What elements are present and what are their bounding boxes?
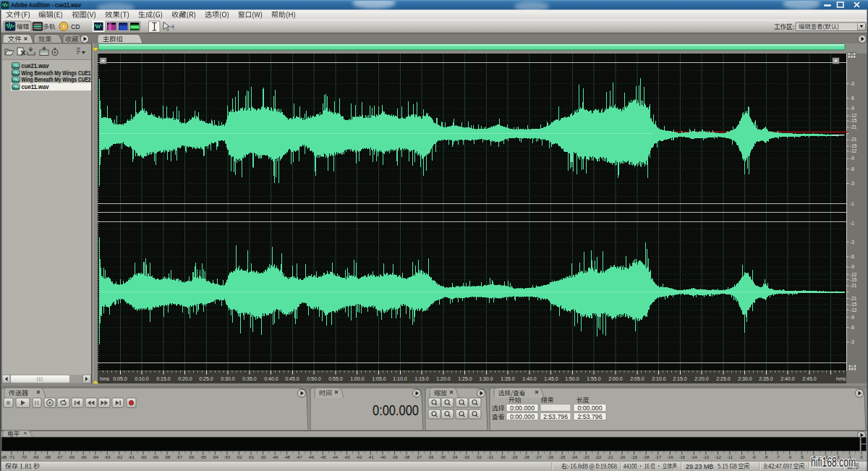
svg-text:-56: -56 — [188, 455, 195, 459]
svg-text:1:55.0: 1:55.0 — [587, 376, 601, 381]
svg-text:0:00.000: 0:00.000 — [510, 404, 535, 412]
svg-text:-54: -54 — [212, 455, 218, 459]
svg-text:-21: -21 — [607, 455, 613, 459]
svg-text:-14: -14 — [691, 455, 697, 459]
svg-text:-46: -46 — [307, 455, 314, 459]
svg-text:0:15.0: 0:15.0 — [156, 376, 171, 381]
svg-text:1:05.0: 1:05.0 — [372, 376, 386, 381]
svg-text:-21: -21 — [850, 124, 857, 130]
svg-text:-47: -47 — [296, 455, 302, 459]
svg-text:-57: -57 — [176, 455, 182, 459]
svg-text:0:25.0: 0:25.0 — [199, 376, 213, 381]
svg-text:-70: -70 — [20, 455, 27, 459]
svg-text:-12: -12 — [850, 113, 857, 118]
svg-text:-58: -58 — [164, 455, 171, 459]
svg-text:-62: -62 — [116, 455, 123, 459]
svg-text:dB: dB — [1, 455, 7, 459]
svg-text:-12: -12 — [850, 272, 857, 277]
svg-text:-68: -68 — [44, 455, 51, 459]
svg-text:2:20.0: 2:20.0 — [694, 376, 709, 381]
svg-text:-53: -53 — [224, 455, 231, 459]
svg-text:-9: -9 — [850, 106, 854, 111]
svg-text:-17: -17 — [655, 455, 661, 459]
svg-text:1:00.0: 1:00.0 — [350, 376, 365, 381]
svg-text:-28: -28 — [523, 455, 529, 459]
svg-text:-63: -63 — [104, 455, 111, 459]
svg-text:hms: hms — [100, 376, 110, 381]
svg-text:1:10.0: 1:10.0 — [393, 376, 407, 381]
svg-text:-15: -15 — [678, 455, 685, 459]
svg-text:-16: -16 — [667, 455, 673, 459]
svg-text:0:10.0: 0:10.0 — [135, 376, 149, 381]
svg-text:2:25.0: 2:25.0 — [716, 376, 731, 381]
svg-text:-3: -3 — [850, 339, 854, 344]
svg-text:-38: -38 — [404, 455, 410, 459]
svg-text:-25: -25 — [559, 455, 566, 459]
svg-text:0:55.0: 0:55.0 — [328, 376, 343, 381]
svg-text:-1: -1 — [850, 201, 854, 206]
svg-text:-30: -30 — [499, 455, 506, 459]
svg-text:-1: -1 — [850, 221, 854, 226]
svg-text:-9: -9 — [752, 455, 756, 459]
svg-text:2:15.0: 2:15.0 — [673, 376, 687, 381]
svg-text:-35: -35 — [439, 455, 446, 459]
svg-text:-6: -6 — [850, 96, 854, 101]
svg-text:CD: CD — [71, 23, 80, 30]
svg-text:-49: -49 — [272, 455, 278, 459]
svg-text:-67: -67 — [56, 455, 63, 459]
svg-text:-55: -55 — [200, 455, 206, 459]
svg-text:-10: -10 — [739, 455, 745, 459]
svg-text:cue11.wav: cue11.wav — [22, 84, 49, 90]
svg-text:2:30.0: 2:30.0 — [738, 376, 752, 381]
svg-text:2:40.0: 2:40.0 — [780, 376, 795, 381]
svg-text:0:00.000: 0:00.000 — [577, 404, 602, 412]
svg-text:-52: -52 — [236, 455, 242, 459]
svg-text:-39: -39 — [391, 455, 398, 459]
svg-text:1:25.0: 1:25.0 — [458, 376, 472, 381]
svg-text:-27: -27 — [535, 455, 542, 459]
svg-text:-12: -12 — [850, 307, 857, 313]
svg-text:-43: -43 — [344, 455, 350, 459]
svg-text:-50: -50 — [260, 455, 266, 459]
svg-text:-15: -15 — [850, 118, 857, 123]
svg-text:-5: -5 — [800, 455, 804, 459]
svg-text:-37: -37 — [415, 455, 422, 459]
svg-text:-18: -18 — [643, 455, 650, 459]
svg-text:-59: -59 — [152, 455, 158, 459]
svg-text:-7: -7 — [775, 455, 780, 459]
svg-text:-21: -21 — [850, 283, 857, 288]
svg-text:-19: -19 — [631, 455, 637, 459]
svg-text:-8: -8 — [764, 455, 768, 459]
svg-text:-64: -64 — [92, 455, 98, 459]
svg-text:0:05.0: 0:05.0 — [113, 376, 127, 381]
svg-text:-36: -36 — [427, 455, 434, 459]
svg-text:Wing Beneath My Wings CUE1: Wing Beneath My Wings CUE1 — [22, 70, 91, 77]
svg-text:-21: -21 — [850, 296, 857, 301]
svg-text:-15: -15 — [850, 143, 857, 148]
svg-text:-9: -9 — [850, 264, 854, 269]
svg-text:2:45.0: 2:45.0 — [802, 376, 817, 381]
svg-text:29.23 MB: 29.23 MB — [686, 463, 714, 470]
svg-text:1:50.0: 1:50.0 — [565, 376, 579, 381]
svg-text:0:50.0: 0:50.0 — [307, 376, 321, 381]
svg-text:-71: -71 — [9, 455, 15, 459]
svg-text:-21: -21 — [850, 137, 857, 142]
svg-text:hifi168.com: hifi168.com — [811, 455, 856, 470]
svg-text:-9: -9 — [850, 156, 854, 161]
svg-text:-45: -45 — [320, 455, 326, 459]
svg-text:2:10.0: 2:10.0 — [652, 376, 666, 381]
svg-text:-34: -34 — [451, 455, 458, 459]
svg-text:0:00.000: 0:00.000 — [510, 413, 535, 420]
svg-text:cue21.wav: cue21.wav — [22, 63, 49, 69]
svg-text:-33: -33 — [464, 455, 470, 459]
svg-text:-26: -26 — [547, 455, 553, 459]
svg-text:-6: -6 — [850, 254, 854, 259]
svg-text:2:05.0: 2:05.0 — [630, 376, 644, 381]
svg-text:0:40.0: 0:40.0 — [264, 376, 278, 381]
svg-text:-6: -6 — [850, 166, 854, 171]
svg-text:-31: -31 — [488, 455, 494, 459]
svg-text:-61: -61 — [128, 455, 135, 459]
svg-text:0:30.0: 0:30.0 — [221, 376, 235, 381]
svg-text:1:20.0: 1:20.0 — [436, 376, 451, 381]
svg-text:-11: -11 — [727, 455, 733, 459]
